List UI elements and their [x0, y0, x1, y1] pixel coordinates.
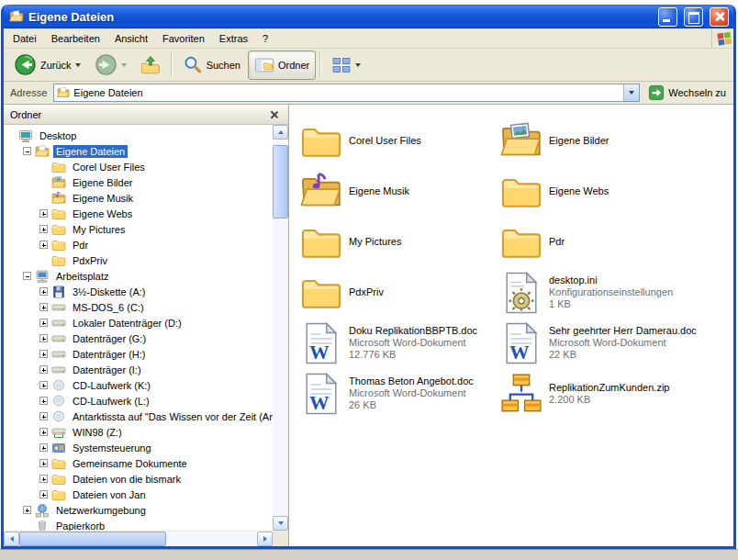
expand-icon[interactable] [39, 209, 48, 218]
tree-item-3-diskette-a[interactable]: 3½-Diskette (A:) [4, 284, 273, 299]
tree-item-my-pictures[interactable]: My Pictures [4, 221, 273, 237]
title-bar[interactable]: Eigene Dateien [4, 5, 733, 28]
tree-item-eigene-dateien[interactable]: Eigene Dateien [4, 143, 273, 159]
expand-icon[interactable] [39, 241, 48, 249]
tree-item-label: Pdr [70, 239, 91, 252]
folder-icon [51, 238, 66, 252]
menu-item-extras[interactable]: Extras [212, 30, 255, 47]
vertical-scroll-track[interactable] [273, 140, 288, 516]
tree-item-ms-dos-6-c[interactable]: MS-DOS_6 (C:) [4, 299, 273, 315]
file-tile-thomas-beton-angebot-doc[interactable]: WThomas Beton Angebot.docMicrosoft Word-… [300, 368, 500, 419]
tree-vertical-scrollbar[interactable] [273, 125, 288, 531]
collapse-icon[interactable] [23, 272, 31, 280]
menu-item-favoriten[interactable]: Favoriten [155, 30, 212, 47]
tree-horizontal-scrollbar[interactable] [4, 531, 288, 546]
file-tile-my-pictures[interactable]: My Pictures [300, 217, 500, 267]
vertical-scroll-thumb[interactable] [273, 145, 288, 218]
tree-item-cd-laufwerk-l[interactable]: CD-Laufwerk (L:) [4, 393, 273, 409]
scroll-down-button[interactable] [273, 516, 288, 531]
explorer-bar-close-button[interactable] [267, 107, 282, 122]
expand-icon[interactable] [39, 459, 48, 467]
file-tile-pdxpriv[interactable]: PdxPriv [300, 267, 500, 318]
net-drive-icon [51, 425, 66, 440]
file-tile-pdr[interactable]: Pdr [500, 217, 733, 267]
menu-item-datei[interactable]: Datei [6, 30, 44, 47]
address-bar: Adresse Eigene Dateien Wechseln zu [4, 82, 733, 105]
file-name: Thomas Beton Angebot.doc [349, 375, 474, 387]
tree-item-datentr-ger-i[interactable]: Datenträger (I:) [4, 362, 273, 377]
expand-icon[interactable] [39, 303, 48, 311]
expand-icon[interactable] [39, 287, 48, 296]
tree-item-pdr[interactable]: Pdr [4, 237, 273, 252]
file-tile-desktop-ini[interactable]: desktop.iniKonfigurationseinstellungen1 … [500, 267, 733, 318]
expand-icon[interactable] [39, 350, 48, 358]
tree-item-lokaler-datentr-ger-d[interactable]: Lokaler Datenträger (D:) [4, 315, 273, 330]
tree-item-datentr-ger-h[interactable]: Datenträger (H:) [4, 346, 273, 362]
expand-icon[interactable] [23, 506, 31, 514]
folder-icon [51, 222, 66, 237]
collapse-icon[interactable] [23, 147, 31, 155]
tree-item-eigene-musik[interactable]: Eigene Musik [4, 190, 273, 206]
tree-item-desktop[interactable]: Desktop [4, 128, 273, 143]
address-combo[interactable]: Eigene Dateien [53, 84, 640, 102]
tree-item-corel-user-files[interactable]: Corel User Files [4, 159, 273, 174]
file-tile-replikationzumkunden-zip[interactable]: ReplikationZumKunden.zip2.200 KB [500, 368, 733, 419]
menu-item-m5[interactable]: ? [255, 30, 275, 47]
back-button[interactable]: Zurück [7, 50, 87, 80]
forward-button[interactable] [88, 50, 133, 80]
menu-item-bearbeiten[interactable]: Bearbeiten [44, 30, 107, 47]
tree-item-arbeitsplatz[interactable]: Arbeitsplatz [4, 268, 273, 284]
explorer-window: Eigene Dateien DateiBearbeitenAnsichtFav… [1, 5, 736, 549]
expand-icon[interactable] [39, 381, 48, 389]
horizontal-scroll-track[interactable] [19, 532, 257, 546]
file-name: Corel User Files [349, 135, 421, 147]
tree-item-pdxpriv[interactable]: PdxPriv [4, 252, 273, 268]
minimize-button[interactable] [658, 7, 677, 27]
file-tile-eigene-musik[interactable]: Eigene Musik [300, 166, 500, 217]
views-button[interactable] [325, 50, 367, 80]
expand-icon[interactable] [39, 490, 48, 498]
expand-icon[interactable] [39, 365, 48, 374]
file-tile-eigene-webs[interactable]: Eigene Webs [500, 166, 733, 217]
up-button[interactable] [134, 50, 167, 80]
back-dropdown-caret-icon [75, 63, 81, 67]
expand-icon[interactable] [39, 443, 48, 452]
tree-item-systemsteuerung[interactable]: Systemsteuerung [4, 440, 273, 455]
scroll-right-button[interactable] [257, 532, 273, 546]
expand-icon[interactable] [39, 428, 48, 436]
toolbar: Zurück Suchen Ordner [4, 49, 733, 82]
maximize-button[interactable] [684, 7, 703, 27]
close-button[interactable] [710, 7, 729, 27]
file-tile-corel-user-files[interactable]: Corel User Files [300, 116, 500, 166]
tree-item-eigene-webs[interactable]: Eigene Webs [4, 206, 273, 221]
tree-item-dateien-von-die-bismark[interactable]: Dateien von die bismark [4, 471, 273, 487]
horizontal-scroll-thumb[interactable] [19, 532, 166, 546]
scroll-up-button[interactable] [273, 125, 288, 140]
tree-item-antarktissta-auf-das-wissen-vor-der-zeit-ant[interactable]: Antarktissta auf "Das Wissen vor der Zei… [4, 409, 273, 424]
menu-item-ansicht[interactable]: Ansicht [107, 30, 155, 47]
expand-icon[interactable] [39, 334, 48, 342]
expand-icon[interactable] [39, 319, 48, 327]
tree-item-eigene-bilder[interactable]: Eigene Bilder [4, 174, 273, 190]
tree-item-papierkorb[interactable]: Papierkorb [4, 518, 273, 531]
expand-icon[interactable] [39, 225, 48, 233]
floppy-icon [51, 285, 66, 299]
tree-item-win98-z[interactable]: WIN98 (Z:) [4, 424, 273, 440]
expand-icon[interactable] [39, 412, 48, 420]
go-button[interactable]: Wechseln zu [646, 82, 731, 104]
file-tile-sehr-geehrter-herr-damerau-doc[interactable]: WSehr geehrter Herr Damerau.docMicrosoft… [500, 318, 733, 368]
tree-item-dateien-von-jan[interactable]: Dateien von Jan [4, 487, 273, 502]
expander-spacer [6, 131, 15, 140]
file-tile-doku-replikationbbptb-doc[interactable]: WDoku ReplikationBBPTB.docMicrosoft Word… [300, 318, 500, 368]
folders-button[interactable]: Ordner [248, 50, 316, 80]
tree-item-netzwerkumgebung[interactable]: Netzwerkumgebung [4, 502, 273, 518]
tree-item-datentr-ger-g[interactable]: Datenträger (G:) [4, 330, 273, 346]
expand-icon[interactable] [39, 475, 48, 483]
address-dropdown-button[interactable] [623, 84, 639, 101]
tree-item-gemeinsame-dokumente[interactable]: Gemeinsame Dokumente [4, 455, 273, 471]
file-tile-eigene-bilder[interactable]: Eigene Bilder [500, 116, 733, 166]
scroll-left-button[interactable] [4, 532, 19, 546]
tree-item-cd-laufwerk-k[interactable]: CD-Laufwerk (K:) [4, 377, 273, 393]
expand-icon[interactable] [39, 397, 48, 405]
search-button[interactable]: Suchen [176, 50, 247, 80]
